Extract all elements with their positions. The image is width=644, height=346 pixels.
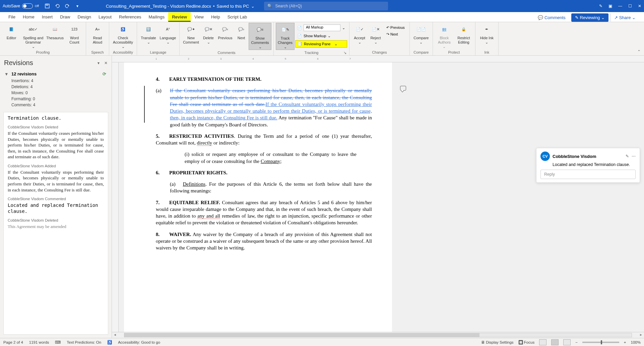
document-page[interactable]: 4.EARLY TERMINATION OF THE TERM. (a)If t… (124, 62, 392, 332)
track-changes-button[interactable]: 📄✎Track Changes ⌄ (276, 23, 295, 50)
edit-comment-icon[interactable]: ✎ (626, 154, 629, 159)
toggle-off-icon (22, 3, 33, 9)
web-layout-view[interactable] (563, 339, 571, 345)
read-mode-view[interactable] (539, 339, 546, 345)
revisions-pane: Revisions ▾ ✕ 12 revisions ⟳ Insertions:… (0, 56, 112, 338)
comment-menu-icon[interactable]: ⋯ (632, 154, 636, 159)
tab-design[interactable]: Design (74, 12, 95, 22)
tab-insert[interactable]: Insert (38, 12, 57, 22)
tab-scriptlab[interactable]: Script Lab (224, 12, 251, 22)
tab-references[interactable]: References (115, 12, 145, 22)
qat-dropdown-icon[interactable]: ▾ (73, 1, 82, 11)
rev-item[interactable]: This Agreement may be amended (8, 224, 104, 230)
status-predictions[interactable]: Text Predictions: On (67, 340, 101, 344)
wordcount-button[interactable]: 123Word Count (65, 23, 84, 45)
tab-view[interactable]: View (191, 12, 207, 22)
spelling-button[interactable]: abc✓Spelling and Grammar ⌄ (21, 23, 45, 49)
group-proofing-label: Proofing (2, 50, 84, 55)
language-button[interactable]: A°Language ⌄ (158, 23, 177, 45)
tab-home[interactable]: Home (19, 12, 38, 22)
thesaurus-button[interactable]: 📖Thesaurus (46, 23, 64, 40)
tab-mailings[interactable]: Mailings (145, 12, 169, 22)
reply-input[interactable]: Reply (540, 170, 636, 179)
revisions-close-icon[interactable]: ✕ (104, 61, 108, 65)
prev-icon: 💬‹ (220, 24, 231, 35)
rev-item[interactable]: If the Consultant voluntarily stops perf… (8, 169, 104, 193)
status-page[interactable]: Page 2 of 4 (3, 340, 23, 344)
translate-button[interactable]: 🈳Translate ⌄ (139, 23, 158, 45)
next-change-button[interactable]: ↷ Next (384, 32, 407, 37)
minimize-icon[interactable]: — (618, 4, 622, 8)
show-markup-button[interactable]: 📄 Show Markup ⌄ (295, 32, 347, 40)
maximize-icon[interactable]: ☐ (628, 4, 632, 8)
horizontal-scrollbar[interactable]: ◂ ▸ (112, 332, 644, 338)
redo-icon[interactable] (63, 1, 72, 11)
search-input[interactable]: 🔍 Search (Alt+Q) (264, 2, 388, 10)
status-words[interactable]: 1191 words (29, 340, 49, 344)
hide-ink-button[interactable]: ✒Hide Ink ⌄ (477, 23, 496, 45)
section5-head: RESTRICTED ACTIVITIES (169, 133, 234, 139)
comment-anchor-icon[interactable] (400, 86, 406, 91)
reviewing-mode-button[interactable]: ✎ Reviewing ⌄ (571, 13, 608, 22)
delete-comment-button[interactable]: 💬✕Delete ⌄ (201, 23, 216, 45)
tab-help[interactable]: Help (207, 12, 224, 22)
rev-item[interactable]: If the Consultant voluntarily ceases per… (8, 130, 104, 160)
s4-a-label: (a) (156, 87, 170, 94)
print-layout-view[interactable] (551, 339, 559, 345)
tab-draw[interactable]: Draw (56, 12, 74, 22)
refresh-icon[interactable]: ⟳ (103, 71, 106, 76)
collapse-ribbon-icon[interactable]: ⌃ (634, 48, 644, 55)
tab-layout[interactable]: Layout (95, 12, 115, 22)
rev-item[interactable]: Located and replaced Termination clause. (8, 202, 104, 214)
next-comment-button[interactable]: 💬›Next (235, 23, 248, 40)
stat-insertions: Insertions: 4 (5, 78, 106, 84)
revisions-list[interactable]: Termination clause. CobbleStone Visdom D… (3, 112, 108, 335)
reviewing-pane-button[interactable]: 📑 Reviewing Pane ⌄ (295, 40, 347, 48)
zoom-level[interactable]: 100% (631, 340, 641, 344)
close-icon[interactable]: ✕ (638, 4, 641, 8)
zoom-slider[interactable] (582, 342, 619, 343)
status-accessibility[interactable]: Accessibility: Good to go (118, 340, 160, 344)
s5-company: Company; (261, 159, 282, 164)
section6-head: PROPRIETARY RIGHTS. (169, 170, 228, 175)
undo-icon[interactable] (53, 1, 62, 11)
share-button[interactable]: ↗ Share ⌄ (610, 13, 639, 22)
vertical-ruler[interactable] (112, 62, 119, 332)
readaloud-button[interactable]: A»Read Aloud (88, 23, 107, 45)
revisions-title: Revisions (4, 59, 98, 67)
focus-button[interactable]: 🔲 Focus (518, 340, 535, 345)
tab-file[interactable]: File (5, 12, 19, 22)
comment-card[interactable]: CV CobbleStone Visdom ✎ ⋯ Located and re… (536, 148, 640, 183)
prev-change-button[interactable]: ↶ Previous (384, 25, 407, 31)
restrict-editing-button[interactable]: 🔒Restrict Editing (454, 23, 473, 45)
zoom-in-icon[interactable]: + (624, 340, 626, 344)
accessibility-button[interactable]: ♿Check Accessibility ⌄ (111, 23, 135, 49)
rev-item-head: CobbleStone Visdom Added (8, 164, 104, 168)
editor-button[interactable]: 📘Editor (2, 23, 21, 40)
horizontal-ruler[interactable]: 1234567 (112, 56, 644, 62)
show-comments-button[interactable]: 💬≡Show Comments ⌄ (249, 23, 271, 50)
prev-comment-button[interactable]: 💬‹Previous (216, 23, 234, 40)
zoom-out-icon[interactable]: − (575, 340, 578, 344)
window-icon[interactable]: ▣ (608, 4, 612, 8)
change-bar (144, 86, 145, 123)
tab-review[interactable]: Review (168, 12, 191, 22)
rev-item[interactable]: Termination clause. (8, 115, 104, 121)
pen-icon[interactable]: ✎ (599, 4, 602, 8)
comment-author: CobbleStone Visdom (553, 154, 623, 159)
revisions-dropdown-icon[interactable]: ▾ (98, 61, 100, 65)
save-icon[interactable] (43, 1, 52, 11)
display-settings-button[interactable]: 🖥 Display Settings (481, 340, 514, 344)
search-placeholder: Search (Alt+Q) (275, 4, 302, 8)
new-comment-button[interactable]: 💬✦New Comment (182, 23, 200, 45)
reject-button[interactable]: 📄✕Reject ⌄ (368, 23, 383, 45)
chevron-down-icon[interactable]: ⌄ (251, 4, 255, 9)
editor-icon: 📘 (6, 24, 17, 35)
markup-dropdown[interactable]: 📄 All Markup ⌄ (295, 24, 347, 32)
compare-button[interactable]: 📄📄Compare ⌄ (412, 23, 431, 45)
stat-formatting: Formatting: 0 (5, 96, 106, 102)
autosave-toggle[interactable]: AutoSave Off (3, 3, 39, 9)
accept-button[interactable]: 📄✓Accept ⌄ (351, 23, 368, 45)
doc-save-status: Saved to this PC (217, 4, 249, 9)
comments-button[interactable]: 💬 Comments (534, 13, 569, 22)
